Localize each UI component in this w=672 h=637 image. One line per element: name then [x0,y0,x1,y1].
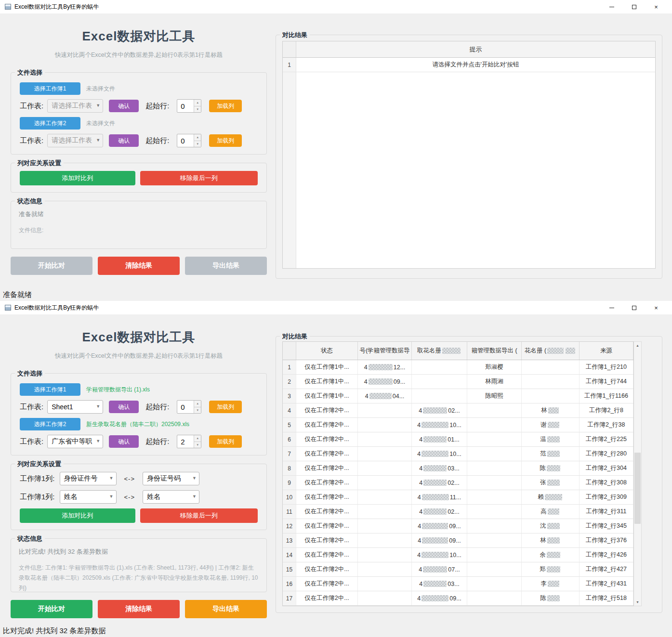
table-cell[interactable] [467,403,522,417]
start-row1-stepper[interactable]: 0 ▲ ▼ [177,400,201,414]
table-cell[interactable] [467,461,522,475]
table-cell[interactable]: 赖 [522,490,580,504]
table-cell[interactable]: 仅在工作簿1中... [296,389,358,403]
row-number[interactable]: 1 [283,360,296,374]
table-cell[interactable]: 陈昭熙 [467,389,522,403]
table-cell[interactable]: 李 [522,577,580,591]
scroll-down-icon[interactable]: ▼ [634,598,641,606]
start-compare-button[interactable]: 开始比对 [11,600,92,618]
table-cell[interactable] [358,476,412,490]
workbook2-column-select[interactable]: 身份证号码 ▼ [143,472,199,485]
table-cell[interactable]: 陈 [522,461,580,475]
row-number[interactable]: 17 [283,591,296,605]
stepper-buttons[interactable]: ▲ ▼ [194,401,201,413]
table-cell[interactable]: 仅在工作簿2中... [296,490,358,504]
table-cell[interactable]: 仅在工作簿2中... [296,432,358,446]
table-cell[interactable]: 仅在工作簿2中... [296,476,358,490]
sheet2-select[interactable]: 广东省中等职 ▼ [47,435,103,448]
row-number[interactable]: 8 [283,461,296,475]
sheet1-select[interactable]: 请选择工作表 ▼ [47,99,103,113]
start-row2-stepper[interactable]: 0 ▲ ▼ [177,134,201,147]
confirm-sheet1-button[interactable]: 确认 [109,100,139,112]
table-cell[interactable] [358,519,412,533]
spin-down-icon[interactable]: ▼ [194,141,201,147]
start-row1-stepper[interactable]: 0 ▲ ▼ [177,99,201,113]
table-cell[interactable]: 仅在工作簿2中... [296,577,358,591]
pick-workbook2-button[interactable]: 选择工作簿2 [20,117,80,130]
table-cell[interactable]: 工作簿2_行345 [580,519,633,533]
table-cell[interactable] [522,375,580,389]
table-cell[interactable]: 409... [358,375,412,389]
table-cell[interactable]: 411... [412,490,467,504]
confirm-sheet1-button[interactable]: 确认 [109,401,139,413]
spin-up-icon[interactable]: ▲ [194,435,201,442]
row-number[interactable]: 5 [283,418,296,432]
table-cell[interactable]: 410... [412,447,467,461]
table-cell[interactable]: 工作簿2_行38 [580,418,633,432]
load-columns2-button[interactable]: 加载列 [209,134,242,147]
table-cell[interactable]: 仅在工作簿2中... [296,519,358,533]
table-cell[interactable]: 张 [522,476,580,490]
table-cell[interactable]: 陈 [522,591,580,605]
table-cell[interactable] [358,490,412,504]
table-cell[interactable] [522,360,580,374]
table-cell[interactable]: 沈 [522,519,580,533]
table-cell[interactable]: 仅在工作簿2中... [296,447,358,461]
table-cell[interactable]: 工作簿2_行431 [580,577,633,591]
row-number[interactable]: 10 [283,490,296,504]
table-cell[interactable]: 412... [358,360,412,374]
load-columns1-button[interactable]: 加载列 [209,401,242,413]
table-cell[interactable] [467,447,522,461]
table-column-header[interactable]: 取花名册 [412,342,467,360]
table-cell[interactable] [467,577,522,591]
table-cell[interactable]: 401... [412,432,467,446]
table-cell[interactable]: 郑淑樱 [467,360,522,374]
table-column-header[interactable]: 籍管理数据导出 ( [467,342,522,360]
table-cell[interactable] [358,533,412,547]
table-cell[interactable] [467,476,522,490]
pick-workbook1-button[interactable]: 选择工作簿1 [20,82,80,95]
table-cell[interactable]: 仅在工作簿2中... [296,461,358,475]
pick-workbook2-button[interactable]: 选择工作簿2 [20,418,80,430]
table-cell[interactable]: 403... [412,461,467,475]
export-results-button[interactable]: 导出结果 [185,257,267,275]
workbook2-column-select[interactable]: 姓名 ▼ [143,490,199,504]
confirm-sheet2-button[interactable]: 确认 [109,435,139,448]
table-cell[interactable]: 工作簿2_行309 [580,490,633,504]
table-cell[interactable]: 仅在工作簿2中... [296,591,358,605]
table-cell[interactable]: 仅在工作簿1中... [296,360,358,374]
table-cell[interactable] [467,432,522,446]
table-cell[interactable]: 林 [522,533,580,547]
table-cell[interactable]: 工作簿2_行280 [580,447,633,461]
table-corner[interactable] [283,41,296,57]
table-cell[interactable]: 409... [412,533,467,547]
sheet2-select[interactable]: 请选择工作表 ▼ [47,134,103,147]
table-cell[interactable] [358,548,412,562]
table-cell[interactable]: 工作簿2_行308 [580,476,633,490]
add-compare-column-button[interactable]: 添加对比列 [20,171,135,185]
spin-down-icon[interactable]: ▼ [194,442,201,448]
table-cell[interactable]: 仅在工作簿1中... [296,375,358,389]
table-cell[interactable] [358,562,412,576]
start-row2-stepper[interactable]: 2 ▲ ▼ [177,435,201,448]
minimize-button[interactable] [601,301,623,314]
row-number[interactable]: 1 [283,58,296,72]
table-cell[interactable]: 409... [412,591,467,605]
row-number[interactable]: 2 [283,375,296,389]
row-number[interactable]: 6 [283,432,296,446]
add-compare-column-button[interactable]: 添加对比列 [20,508,135,523]
table-column-header[interactable]: 来源 [580,342,633,360]
table-corner[interactable] [283,342,296,360]
table-cell[interactable] [467,418,522,432]
table-cell[interactable]: 402... [412,403,467,417]
table-cell[interactable]: 余 [522,548,580,562]
table-cell[interactable]: 工作簿2_行376 [580,533,633,547]
stepper-buttons[interactable]: ▲ ▼ [194,134,201,147]
table-cell[interactable]: 410... [412,548,467,562]
table-cell[interactable] [467,519,522,533]
table-cell[interactable]: 工作簿2_行426 [580,548,633,562]
table-cell[interactable]: 仅在工作簿2中... [296,562,358,576]
table-cell[interactable]: 谢 [522,418,580,432]
table-cell[interactable]: 工作簿2_行225 [580,432,633,446]
close-button[interactable]: × [645,0,667,13]
